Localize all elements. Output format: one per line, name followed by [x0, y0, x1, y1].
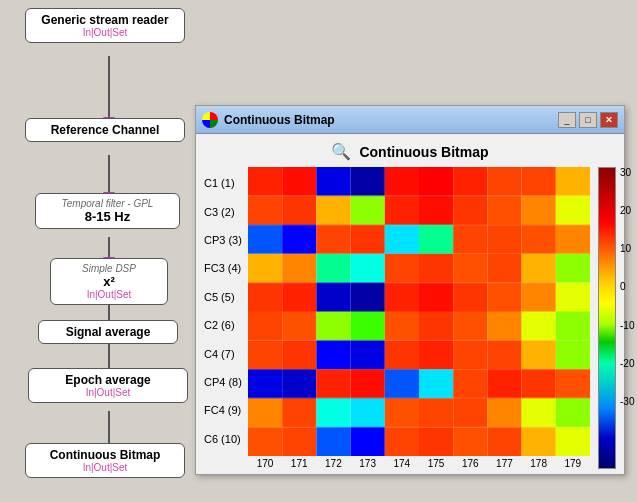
search-icon: 🔍: [331, 142, 351, 161]
ylabel-0: C1 (1): [204, 177, 242, 189]
xlabel-7: 177: [496, 458, 513, 469]
node-simple-dsp-links: In|Out|Set: [59, 289, 159, 300]
ylabel-2: CP3 (3): [204, 234, 242, 246]
node-generic-stream-title: Generic stream reader: [34, 13, 176, 27]
xlabel-9: 179: [564, 458, 581, 469]
window-minimize-button[interactable]: _: [558, 112, 576, 128]
heatmap-ylabels: C1 (1)C3 (2)CP3 (3)FC3 (4)C5 (5)C2 (6)C4…: [204, 167, 244, 469]
node-continuous-bitmap-links: In|Out|Set: [34, 462, 176, 473]
heatmap-main: 170171172173174175176177178179: [248, 167, 590, 469]
ylabel-6: C4 (7): [204, 348, 242, 360]
node-temporal-filter[interactable]: Temporal filter - GPL 8-15 Hz: [35, 193, 180, 229]
heatmap-chart: [248, 167, 590, 456]
colorbar-label-20: 20: [620, 205, 634, 216]
ylabel-7: CP4 (8): [204, 376, 242, 388]
ylabel-3: FC3 (4): [204, 262, 242, 274]
ylabel-4: C5 (5): [204, 291, 242, 303]
colorbar-label-neg10: -10: [620, 320, 634, 331]
xlabel-5: 175: [428, 458, 445, 469]
node-signal-average[interactable]: Signal average: [38, 320, 178, 344]
window-close-button[interactable]: ✕: [600, 112, 618, 128]
ylabel-8: FC4 (9): [204, 404, 242, 416]
ylabel-9: C6 (10): [204, 433, 242, 445]
xlabel-4: 174: [393, 458, 410, 469]
pipeline: Generic stream reader In|Out|Set Referen…: [0, 0, 210, 502]
xlabel-2: 172: [325, 458, 342, 469]
node-epoch-average-links: In|Out|Set: [37, 387, 179, 398]
colorbar-gradient: [598, 167, 616, 469]
colorbar-label-30: 30: [620, 167, 634, 178]
connector-6: [108, 411, 110, 446]
colorbar-label-neg20: -20: [620, 358, 634, 369]
window-content: 🔍 Continuous Bitmap C1 (1)C3 (2)CP3 (3)F…: [196, 134, 624, 474]
node-signal-average-title: Signal average: [47, 325, 169, 339]
continuous-bitmap-window: Continuous Bitmap _ □ ✕ 🔍 Continuous Bit…: [195, 105, 625, 475]
connector-2: [108, 155, 110, 195]
connector-5: [108, 343, 110, 371]
xlabel-3: 173: [359, 458, 376, 469]
node-generic-stream[interactable]: Generic stream reader In|Out|Set: [25, 8, 185, 43]
connector-1: [108, 56, 110, 121]
ylabel-1: C3 (2): [204, 206, 242, 218]
window-titlebar: Continuous Bitmap _ □ ✕: [196, 106, 624, 134]
heatmap-canvas: [248, 167, 590, 456]
heatmap-wrapper: C1 (1)C3 (2)CP3 (3)FC3 (4)C5 (5)C2 (6)C4…: [204, 167, 616, 469]
window-restore-button[interactable]: □: [579, 112, 597, 128]
window-title: Continuous Bitmap: [224, 113, 558, 127]
window-header-title: Continuous Bitmap: [359, 144, 488, 160]
ylabel-5: C2 (6): [204, 319, 242, 331]
node-epoch-average[interactable]: Epoch average In|Out|Set: [28, 368, 188, 403]
colorbar-label-10: 10: [620, 243, 634, 254]
node-epoch-average-title: Epoch average: [37, 373, 179, 387]
heatmap-xlabels: 170171172173174175176177178179: [248, 456, 590, 469]
window-controls: _ □ ✕: [558, 112, 618, 128]
colorbar-label-neg30: -30: [620, 396, 634, 407]
window-app-icon: [202, 112, 218, 128]
node-temporal-filter-main: 8-15 Hz: [44, 209, 171, 224]
node-simple-dsp-subtitle: Simple DSP: [59, 263, 159, 274]
xlabel-0: 170: [257, 458, 274, 469]
node-simple-dsp-main: x²: [59, 274, 159, 289]
colorbar-label-0: 0: [620, 281, 634, 292]
window-header: 🔍 Continuous Bitmap: [204, 142, 616, 161]
node-simple-dsp[interactable]: Simple DSP x² In|Out|Set: [50, 258, 168, 305]
node-generic-stream-links: In|Out|Set: [34, 27, 176, 38]
xlabel-8: 178: [530, 458, 547, 469]
node-reference-channel[interactable]: Reference Channel: [25, 118, 185, 142]
xlabel-6: 176: [462, 458, 479, 469]
node-reference-channel-title: Reference Channel: [34, 123, 176, 137]
node-temporal-filter-subtitle: Temporal filter - GPL: [44, 198, 171, 209]
node-continuous-bitmap-title: Continuous Bitmap: [34, 448, 176, 462]
xlabel-1: 171: [291, 458, 308, 469]
node-continuous-bitmap[interactable]: Continuous Bitmap In|Out|Set: [25, 443, 185, 478]
